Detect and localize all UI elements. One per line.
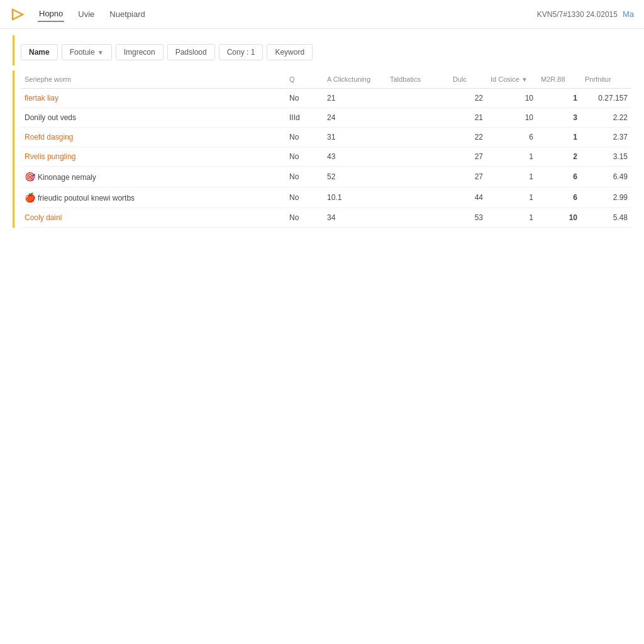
name-link[interactable]: Cooly dainl xyxy=(25,213,62,222)
row-icon: 🎯 xyxy=(25,172,35,182)
cell-name[interactable]: Roefd dasging xyxy=(21,128,286,147)
nav-item-uvie[interactable]: Uvie xyxy=(77,7,96,21)
table-header: Seriephe worm Q A Clickctuning Taldbatic… xyxy=(21,70,631,89)
cell-aclick: 43 xyxy=(323,147,386,167)
nav-item-hopno[interactable]: Hopno xyxy=(38,6,64,22)
cell-id-cosice: 1 xyxy=(487,208,537,228)
cell-prf: 0.27.157 xyxy=(581,89,631,108)
cell-taldbatics xyxy=(386,167,449,187)
filter-name-btn[interactable]: Name xyxy=(21,44,58,60)
filter-bar: Name Footuie ▼ Imgrecon Padslood Cony : … xyxy=(13,35,631,65)
header-link[interactable]: Ma xyxy=(623,9,634,19)
cell-q: No xyxy=(286,208,323,228)
cell-id-cosice: 10 xyxy=(487,108,537,128)
cell-id-cosice: 1 xyxy=(487,187,537,208)
col-header-dulc: Dulc xyxy=(449,70,487,89)
cell-mr88: 1 xyxy=(537,128,581,147)
cell-aclick: 21 xyxy=(323,89,386,108)
cell-id-cosice: 10 xyxy=(487,89,537,108)
cell-name[interactable]: flertak liay xyxy=(21,89,286,108)
cell-aclick: 24 xyxy=(323,108,386,128)
cell-mr88: 6 xyxy=(537,167,581,187)
logo-icon xyxy=(10,7,25,22)
cell-dulc: 27 xyxy=(449,167,487,187)
col-header-taldbatics: Taldbatics xyxy=(386,70,449,89)
cell-taldbatics xyxy=(386,89,449,108)
cell-taldbatics xyxy=(386,128,449,147)
cell-prf: 3.15 xyxy=(581,147,631,167)
table-row: flertak liayNo21221010.27.157 xyxy=(21,89,631,108)
name-text: frieudic poutoul knewi wortbs xyxy=(38,194,135,203)
filter-footuie-btn[interactable]: Footuie ▼ xyxy=(62,44,112,60)
name-text: Donily out veds xyxy=(25,113,76,122)
cell-dulc: 44 xyxy=(449,187,487,208)
cell-dulc: 27 xyxy=(449,147,487,167)
cell-id-cosice: 1 xyxy=(487,147,537,167)
cell-prf: 2.37 xyxy=(581,128,631,147)
cell-name: Donily out veds xyxy=(21,108,286,128)
cell-dulc: 22 xyxy=(449,128,487,147)
cell-taldbatics xyxy=(386,147,449,167)
cell-id-cosice: 1 xyxy=(487,167,537,187)
header: Hopno Uvie Nuetpiard KVN5/7#1330 24.0201… xyxy=(0,0,644,29)
table-row: Roefd dasgingNo3122612.37 xyxy=(21,128,631,147)
cell-mr88: 3 xyxy=(537,108,581,128)
filter-padslood-btn[interactable]: Padslood xyxy=(167,44,215,60)
table-row: 🎯Kinonage nemalyNo5227166.49 xyxy=(21,167,631,187)
cell-id-cosice: 6 xyxy=(487,128,537,147)
cell-name: 🍎frieudic poutoul knewi wortbs xyxy=(21,187,286,208)
cell-q: No xyxy=(286,128,323,147)
cell-prf: 2.99 xyxy=(581,187,631,208)
name-link[interactable]: Rvelis pungling xyxy=(25,152,75,161)
cell-dulc: 21 xyxy=(449,108,487,128)
cell-dulc: 22 xyxy=(449,89,487,108)
cell-dulc: 53 xyxy=(449,208,487,228)
cell-q: No xyxy=(286,89,323,108)
filter-keyword-btn[interactable]: Keyword xyxy=(267,44,313,60)
name-text: Kinonage nemaly xyxy=(38,173,96,182)
cell-mr88: 10 xyxy=(537,208,581,228)
svg-marker-0 xyxy=(13,9,23,19)
col-header-id-cosice[interactable]: Id Cosice ▼ xyxy=(487,70,537,89)
cell-aclick: 10.1 xyxy=(323,187,386,208)
table-body: flertak liayNo21221010.27.157Donily out … xyxy=(21,89,631,228)
cell-taldbatics xyxy=(386,187,449,208)
col-header-q: Q xyxy=(286,70,323,89)
col-header-name: Seriephe worm xyxy=(21,70,286,89)
table-row: 🍎frieudic poutoul knewi wortbsNo10.14416… xyxy=(21,187,631,208)
data-table: Seriephe worm Q A Clickctuning Taldbatic… xyxy=(21,70,631,228)
cell-aclick: 31 xyxy=(323,128,386,147)
cell-q: No xyxy=(286,147,323,167)
cell-name: 🎯Kinonage nemaly xyxy=(21,167,286,187)
cell-prf: 5.48 xyxy=(581,208,631,228)
header-right: KVN5/7#1330 24.02015 Ma xyxy=(537,9,634,19)
header-info-text: KVN5/7#1330 24.02015 xyxy=(537,10,618,19)
col-header-aclick: A Clickctuning xyxy=(323,70,386,89)
cell-mr88: 2 xyxy=(537,147,581,167)
table-row: Cooly dainlNo34531105.48 xyxy=(21,208,631,228)
cell-mr88: 6 xyxy=(537,187,581,208)
table-row: Donily out vedsIIId24211032.22 xyxy=(21,108,631,128)
cell-prf: 6.49 xyxy=(581,167,631,187)
page-section: Name Footuie ▼ Imgrecon Padslood Cony : … xyxy=(13,35,631,228)
filter-imgrecon-btn[interactable]: Imgrecon xyxy=(116,44,164,60)
main-nav: Hopno Uvie Nuetpiard xyxy=(38,6,147,22)
col-header-prf: Pnrfnitur xyxy=(581,70,631,89)
table-row: Rvelis punglingNo4327123.15 xyxy=(21,147,631,167)
cell-prf: 2.22 xyxy=(581,108,631,128)
name-link[interactable]: Roefd dasging xyxy=(25,133,73,142)
cell-q: No xyxy=(286,187,323,208)
cell-name[interactable]: Cooly dainl xyxy=(21,208,286,228)
table-wrapper: Seriephe worm Q A Clickctuning Taldbatic… xyxy=(13,70,631,228)
cell-aclick: 34 xyxy=(323,208,386,228)
cell-name[interactable]: Rvelis pungling xyxy=(21,147,286,167)
col-header-mr88: M2R.88 xyxy=(537,70,581,89)
nav-item-nuetpiard[interactable]: Nuetpiard xyxy=(108,7,146,21)
chevron-down-icon: ▼ xyxy=(97,49,104,56)
cell-taldbatics xyxy=(386,208,449,228)
name-link[interactable]: flertak liay xyxy=(25,94,58,103)
cell-q: No xyxy=(286,167,323,187)
row-icon: 🍎 xyxy=(25,192,35,203)
cell-q: IIId xyxy=(286,108,323,128)
filter-cony-btn[interactable]: Cony : 1 xyxy=(219,44,264,60)
